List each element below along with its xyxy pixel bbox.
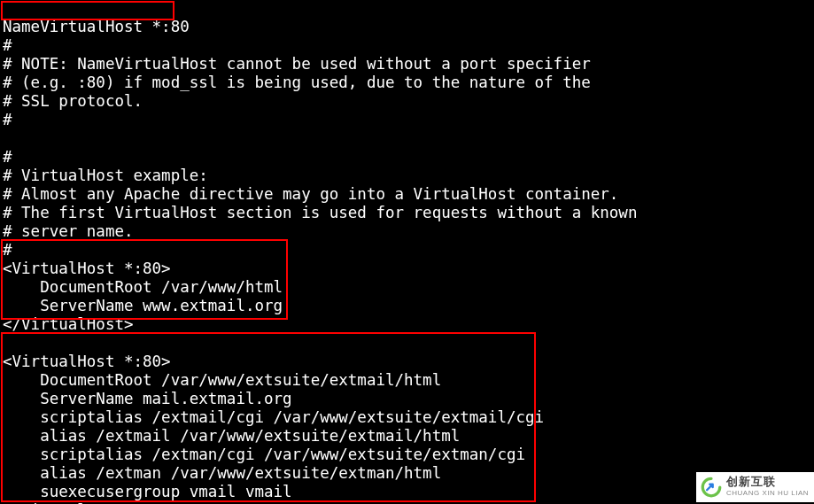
watermark-badge: 创新互联 CHUANG XIN HU LIAN — [696, 472, 814, 502]
watermark-brand-pinyin: CHUANG XIN HU LIAN — [726, 487, 809, 499]
watermark-brand-cn: 创新互联 — [726, 476, 809, 487]
config-file-content: NameVirtualHost *:80 # # NOTE: NameVirtu… — [3, 18, 637, 505]
watermark-logo-icon — [700, 476, 723, 499]
